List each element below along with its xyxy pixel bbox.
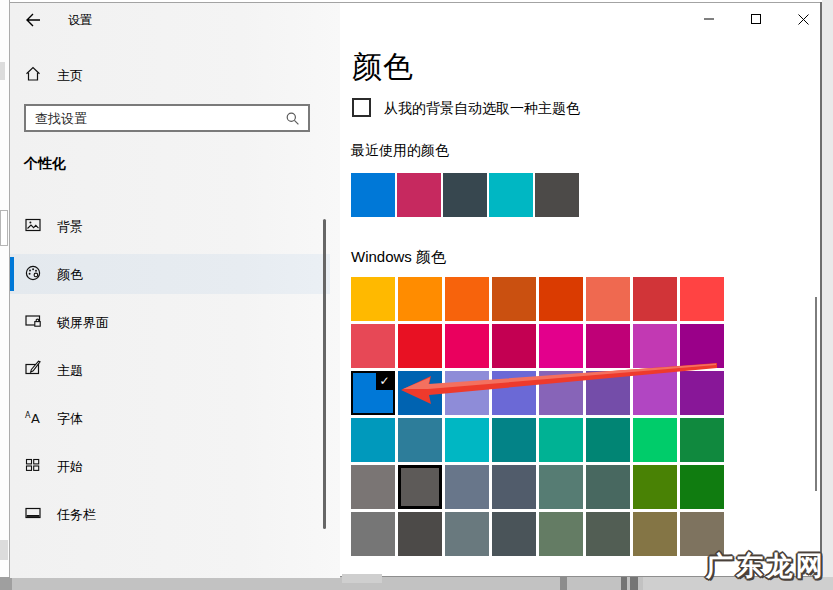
color-swatch[interactable] — [633, 418, 677, 462]
color-swatch-outlined[interactable] — [398, 465, 442, 509]
color-swatch[interactable] — [492, 512, 536, 556]
color-swatch-selected[interactable]: ✓ — [351, 371, 395, 415]
color-swatch[interactable] — [539, 371, 583, 415]
lockscreen-icon — [24, 312, 42, 330]
sidebar-item-label: 字体 — [57, 410, 83, 428]
color-swatch[interactable] — [680, 324, 724, 368]
auto-accent-checkbox[interactable] — [352, 98, 371, 117]
maximize-button[interactable] — [739, 3, 773, 35]
recent-color-swatch[interactable] — [535, 173, 579, 217]
auto-accent-label: 从我的背景自动选取一种主题色 — [384, 100, 580, 118]
color-swatch[interactable] — [492, 418, 536, 462]
sidebar-item-start[interactable]: 开始 — [10, 446, 330, 486]
maximize-icon — [750, 13, 762, 25]
taskbar-segment — [630, 577, 638, 590]
color-swatch[interactable] — [398, 512, 442, 556]
minimize-button[interactable] — [692, 3, 726, 35]
background-artifact — [0, 62, 5, 80]
color-swatch[interactable] — [633, 371, 677, 415]
color-swatch[interactable] — [633, 465, 677, 509]
search-icon[interactable] — [285, 111, 301, 127]
color-swatch[interactable] — [492, 371, 536, 415]
sidebar-home-label: 主页 — [57, 67, 83, 85]
color-swatch[interactable] — [586, 277, 630, 321]
color-swatch[interactable] — [351, 277, 395, 321]
color-swatch[interactable] — [351, 324, 395, 368]
color-swatch[interactable] — [539, 465, 583, 509]
color-swatch[interactable] — [586, 371, 630, 415]
color-swatch[interactable] — [633, 512, 677, 556]
sidebar-item-colors[interactable]: 颜色 — [10, 254, 330, 294]
sidebar-item-lockscreen[interactable]: 锁屏界面 — [10, 302, 330, 342]
background-artifact — [0, 540, 8, 560]
color-swatch[interactable] — [351, 512, 395, 556]
close-icon — [797, 13, 810, 26]
recent-color-swatch[interactable] — [351, 173, 395, 217]
color-swatch[interactable] — [586, 324, 630, 368]
recent-color-swatch[interactable] — [397, 173, 441, 217]
color-swatch[interactable] — [398, 324, 442, 368]
sidebar-item-themes[interactable]: 主题 — [10, 350, 330, 390]
close-button[interactable] — [786, 3, 820, 35]
back-button[interactable] — [18, 7, 48, 33]
color-swatch[interactable] — [633, 324, 677, 368]
color-swatch[interactable] — [633, 277, 677, 321]
color-swatch[interactable] — [398, 277, 442, 321]
recent-color-swatch[interactable] — [489, 173, 533, 217]
color-swatch[interactable] — [680, 418, 724, 462]
search-input[interactable]: 查找设置 — [24, 104, 310, 132]
content-scrollbar[interactable] — [815, 297, 817, 491]
desktop-margin — [822, 0, 833, 590]
search-placeholder: 查找设置 — [35, 110, 87, 128]
color-swatch[interactable] — [351, 418, 395, 462]
taskbar-segment — [560, 577, 567, 590]
color-swatch[interactable] — [586, 512, 630, 556]
background-window-sliver — [0, 0, 10, 577]
color-swatch[interactable] — [351, 465, 395, 509]
theme-brush-icon — [24, 360, 42, 378]
watermark: 广东龙网 — [706, 548, 826, 584]
color-swatch[interactable] — [680, 277, 724, 321]
color-swatch[interactable] — [586, 465, 630, 509]
taskbar-icon — [24, 504, 42, 522]
color-swatch[interactable] — [445, 277, 489, 321]
sidebar-scrollbar[interactable] — [323, 219, 326, 529]
checkmark-icon: ✓ — [376, 373, 393, 390]
sidebar-item-taskbar[interactable]: 任务栏 — [10, 494, 330, 534]
color-swatch[interactable] — [680, 465, 724, 509]
color-swatch[interactable] — [539, 512, 583, 556]
sidebar-item-label: 任务栏 — [57, 506, 96, 524]
color-swatch[interactable] — [398, 418, 442, 462]
color-swatch[interactable] — [445, 418, 489, 462]
recent-colors-row — [351, 173, 579, 217]
color-swatch[interactable] — [539, 324, 583, 368]
windows-colors-grid: ✓ — [351, 277, 724, 556]
color-swatch[interactable] — [492, 277, 536, 321]
color-swatch[interactable] — [445, 371, 489, 415]
window-title: 设置 — [68, 12, 92, 29]
color-swatch[interactable] — [539, 277, 583, 321]
taskbar-segment — [621, 577, 627, 590]
color-swatch[interactable] — [445, 512, 489, 556]
sidebar-item-home[interactable]: 主页 — [10, 59, 330, 91]
color-swatch[interactable] — [398, 371, 442, 415]
svg-text:A: A — [31, 411, 40, 426]
sidebar-item-fonts[interactable]: A A 字体 — [10, 398, 330, 438]
color-swatch[interactable] — [445, 324, 489, 368]
color-swatch[interactable] — [492, 324, 536, 368]
home-icon — [24, 65, 42, 83]
color-swatch[interactable] — [445, 465, 489, 509]
recent-color-swatch[interactable] — [443, 173, 487, 217]
sidebar-item-label: 颜色 — [57, 266, 83, 284]
sidebar-item-label: 背景 — [57, 218, 83, 236]
taskbar-segment — [0, 577, 12, 590]
color-swatch[interactable] — [539, 418, 583, 462]
sidebar-item-background[interactable]: 背景 — [10, 206, 330, 246]
back-arrow-icon — [24, 11, 42, 29]
color-swatch[interactable] — [680, 371, 724, 415]
image-icon — [24, 216, 42, 234]
color-swatch[interactable] — [492, 465, 536, 509]
minimize-icon — [703, 13, 715, 25]
window-right-border — [820, 2, 822, 577]
color-swatch[interactable] — [586, 418, 630, 462]
